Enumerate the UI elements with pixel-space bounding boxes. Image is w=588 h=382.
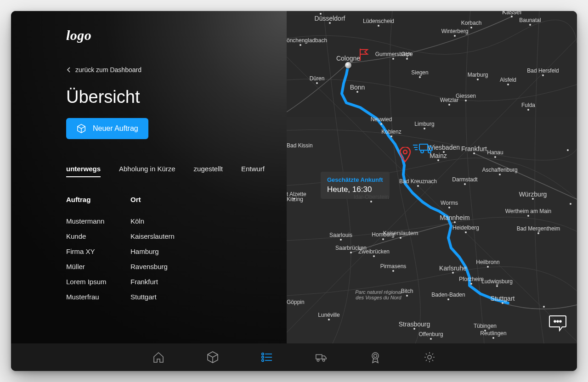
eta-value: Heute, 16:30: [327, 185, 383, 194]
table-row[interactable]: MüllerRavensburg: [66, 259, 265, 274]
svg-point-5: [557, 320, 559, 322]
svg-point-11: [317, 359, 319, 361]
nav-delivery[interactable]: [314, 350, 328, 364]
award-icon: [369, 351, 382, 364]
route-origin-marker: [345, 62, 351, 68]
eta-card: Geschätzte Ankunft Heute, 16:30: [321, 172, 390, 199]
back-link[interactable]: zurück zum Dashboard: [66, 66, 265, 73]
th-auftrag: Auftrag: [66, 196, 130, 203]
new-order-button[interactable]: Neuer Auftrag: [66, 118, 148, 139]
left-panel: logo zurück zum Dashboard Übersicht Neue…: [11, 11, 287, 343]
svg-point-2: [428, 150, 431, 153]
svg-point-1: [421, 150, 424, 153]
nav-home[interactable]: [152, 350, 165, 364]
location-pin-icon: [399, 147, 411, 164]
svg-point-15: [428, 355, 431, 359]
chevron-left-icon: [66, 67, 72, 73]
tab-entwurf[interactable]: Entwurf: [241, 165, 265, 177]
table-row[interactable]: MusterfrauStuttgart: [66, 289, 265, 304]
bottom-nav: [11, 343, 577, 371]
gear-icon: [423, 351, 436, 364]
chat-button[interactable]: [548, 314, 567, 333]
back-label: zurück zum Dashboard: [75, 66, 141, 73]
svg-rect-10: [316, 354, 322, 359]
tabs: unterwegs Abholung in Kürze zugestellt E…: [66, 165, 265, 177]
eta-title: Geschätzte Ankunft: [327, 176, 383, 183]
table-header: Auftrag Ort: [66, 196, 265, 203]
app-window: logo zurück zum Dashboard Übersicht Neue…: [11, 11, 577, 371]
svg-point-9: [262, 360, 264, 361]
nav-list[interactable]: [260, 350, 274, 364]
nav-package[interactable]: [206, 350, 220, 364]
home-icon: [152, 351, 165, 364]
svg-point-8: [262, 356, 264, 358]
list-icon: [260, 351, 273, 364]
nav-award[interactable]: [368, 350, 382, 364]
tab-unterwegs[interactable]: unterwegs: [66, 165, 101, 177]
svg-point-3: [403, 150, 407, 154]
orders-table: Auftrag Ort MustermannKöln KundeKaisersl…: [66, 196, 265, 304]
main-area: logo zurück zum Dashboard Übersicht Neue…: [11, 11, 577, 343]
table-row[interactable]: MustermannKöln: [66, 213, 265, 229]
table-row[interactable]: Firma XYHamburg: [66, 244, 265, 259]
truck-icon: [315, 351, 328, 364]
svg-point-14: [374, 354, 377, 358]
th-ort: Ort: [130, 196, 141, 203]
truck-icon: [412, 141, 433, 156]
nav-settings[interactable]: [423, 350, 436, 364]
table-row[interactable]: KundeKaiserslautern: [66, 229, 265, 244]
tab-abholung[interactable]: Abholung in Kürze: [119, 165, 175, 177]
svg-point-12: [322, 359, 325, 361]
svg-point-6: [560, 320, 561, 322]
svg-point-4: [554, 320, 556, 322]
svg-rect-0: [419, 144, 428, 150]
package-icon: [206, 351, 219, 364]
table-row[interactable]: Lorem IpsumFrankfurt: [66, 274, 265, 289]
svg-point-7: [262, 353, 264, 355]
flag-icon: [358, 49, 369, 62]
package-icon: [76, 124, 86, 134]
tab-zugestellt[interactable]: zugestellt: [194, 165, 223, 177]
map-view[interactable]: KrefeldDüsseldorfönchengladbachCologneDü…: [287, 11, 577, 343]
logo: logo: [66, 28, 265, 43]
page-title: Übersicht: [66, 87, 265, 107]
svg-point-13: [372, 353, 379, 359]
new-order-label: Neuer Auftrag: [93, 124, 138, 133]
